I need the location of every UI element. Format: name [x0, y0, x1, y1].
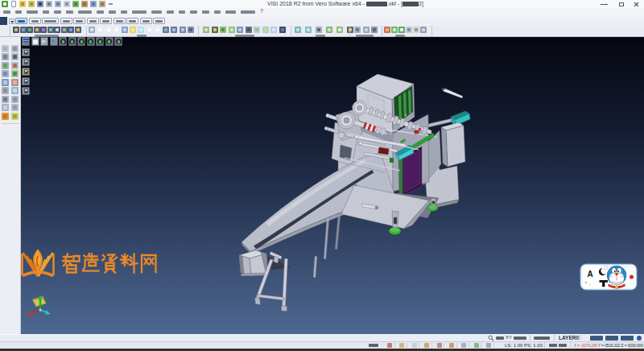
svg-text:A: A: [588, 270, 593, 279]
